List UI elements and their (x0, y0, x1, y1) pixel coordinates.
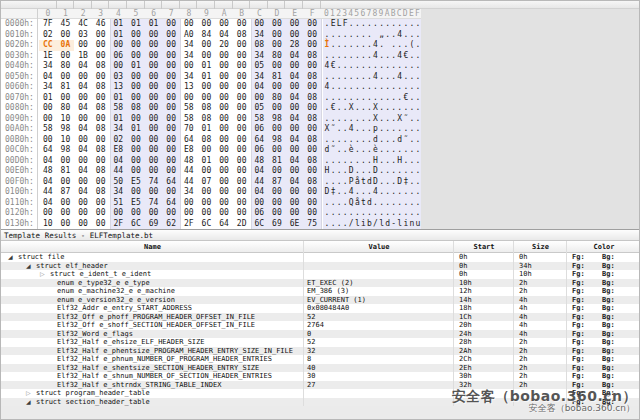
hex-byte[interactable]: 64 (251, 135, 269, 146)
hex-byte[interactable]: 00 (215, 103, 233, 114)
hex-byte[interactable]: 04 (74, 61, 92, 72)
hex-byte[interactable]: 80 (57, 61, 75, 72)
hex-byte[interactable]: 00 (215, 145, 233, 156)
hex-byte[interactable]: 00 (303, 187, 321, 198)
hex-byte[interactable]: 00 (92, 177, 110, 188)
hex-byte[interactable]: 00 (215, 135, 233, 146)
hex-byte[interactable]: 00 (162, 114, 180, 125)
fg-color-label[interactable]: Fg: (572, 372, 585, 381)
hex-byte[interactable]: 34 (39, 61, 57, 72)
hex-byte[interactable]: 00 (145, 135, 163, 146)
hex-byte[interactable]: 08 (198, 135, 216, 146)
hex-byte[interactable]: 98 (268, 114, 286, 125)
hex-byte[interactable]: 00 (92, 219, 110, 230)
hex-row[interactable]: 0130h:100000002F6C69622F6C642D6C696E75..… (1, 219, 421, 230)
hex-byte[interactable]: 00 (233, 114, 251, 125)
hex-byte[interactable]: 00 (198, 198, 216, 209)
bg-color-label[interactable]: Bg: (602, 381, 615, 390)
hex-byte[interactable]: 04 (39, 72, 57, 83)
bg-color-label[interactable]: Bg: (602, 313, 615, 322)
hex-byte[interactable]: 34 (110, 187, 128, 198)
hex-byte[interactable]: 08 (92, 145, 110, 156)
ascii-char[interactable]: . (415, 145, 421, 156)
hex-byte[interactable]: 04 (110, 156, 128, 167)
hex-byte[interactable]: 00 (286, 145, 304, 156)
hex-byte[interactable]: 00 (74, 93, 92, 104)
hex-byte[interactable]: 75 (303, 219, 321, 230)
hex-byte[interactable]: 06 (251, 124, 269, 135)
hex-byte[interactable]: 00 (39, 208, 57, 219)
hex-byte[interactable]: 01 (127, 61, 145, 72)
hex-byte[interactable]: 00 (268, 198, 286, 209)
hex-byte[interactable]: 00 (251, 93, 269, 104)
hex-byte[interactable]: 01 (110, 93, 128, 104)
results-row[interactable]: ▷struct program_header_tableFg:Bg: (1, 389, 640, 398)
hex-byte[interactable]: 08 (303, 72, 321, 83)
hex-byte[interactable]: CC (39, 40, 57, 51)
hex-byte[interactable]: 2F (110, 219, 128, 230)
hex-byte[interactable]: 00 (162, 19, 180, 30)
hex-byte[interactable]: 08 (303, 93, 321, 104)
fg-color-label[interactable]: Fg: (572, 287, 585, 296)
ascii-char[interactable]: . (415, 103, 421, 114)
hex-byte[interactable]: 00 (127, 145, 145, 156)
fg-color-label[interactable]: Fg: (572, 279, 585, 288)
fg-color-label[interactable]: Fg: (572, 330, 585, 339)
hex-byte[interactable]: 00 (180, 93, 198, 104)
hex-byte[interactable]: 00 (127, 187, 145, 198)
hex-byte[interactable]: 00 (286, 166, 304, 177)
ascii-char[interactable]: . (415, 166, 421, 177)
hex-byte[interactable]: 84 (198, 30, 216, 41)
hex-byte[interactable]: 00 (145, 124, 163, 135)
hex-byte[interactable]: 00 (286, 187, 304, 198)
results-row[interactable]: enum e_machine32_e e_machineEM_386 (3)12… (1, 287, 640, 296)
hex-byte[interactable]: 00 (233, 19, 251, 30)
hex-byte[interactable]: 00 (215, 61, 233, 72)
hex-byte[interactable]: 01 (110, 19, 128, 30)
hex-byte[interactable]: 44 (39, 187, 57, 198)
hex-byte[interactable]: 00 (215, 177, 233, 188)
results-row[interactable]: ◢struct section_header_tableFg:Bg: (1, 398, 640, 407)
hex-byte[interactable]: 00 (162, 208, 180, 219)
hex-byte[interactable]: 00 (162, 166, 180, 177)
hex-byte[interactable]: 00 (268, 124, 286, 135)
hex-byte[interactable]: 00 (233, 187, 251, 198)
fg-color-label[interactable]: Fg: (572, 296, 585, 305)
bg-color-label[interactable]: Bg: (602, 338, 615, 347)
fg-color-label[interactable]: Fg: (572, 398, 585, 407)
hex-byte[interactable]: 00 (145, 82, 163, 93)
bg-color-label[interactable]: Bg: (602, 347, 615, 356)
hex-byte[interactable]: 00 (57, 156, 75, 167)
hex-byte[interactable]: 00 (198, 51, 216, 62)
hex-byte[interactable]: 04 (251, 187, 269, 198)
hex-byte[interactable]: 00 (198, 166, 216, 177)
hex-byte[interactable]: 00 (162, 145, 180, 156)
bg-color-label[interactable]: Bg: (602, 304, 615, 313)
hex-byte[interactable]: 00 (215, 114, 233, 125)
results-row[interactable]: Elf32_Off e_phoff_PROGRAM_HEADER_OFFSET_… (1, 313, 640, 322)
hex-byte[interactable]: 58 (110, 103, 128, 114)
hex-byte[interactable]: 08 (92, 103, 110, 114)
hex-byte[interactable]: 00 (233, 72, 251, 83)
hex-byte[interactable]: 00 (145, 145, 163, 156)
hex-byte[interactable]: 00 (162, 61, 180, 72)
fg-color-label[interactable]: Fg: (572, 381, 585, 390)
hex-byte[interactable]: 00 (145, 72, 163, 83)
hex-byte[interactable]: 00 (127, 30, 145, 41)
ascii-char[interactable]: . (415, 30, 421, 41)
hex-byte[interactable]: 08 (251, 40, 269, 51)
hex-row[interactable]: 00A0h:58980408340100007001000006000000X˜… (1, 124, 421, 135)
hex-byte[interactable]: 34 (39, 82, 57, 93)
hex-byte[interactable]: 08 (303, 156, 321, 167)
fg-color-label[interactable]: Fg: (572, 347, 585, 356)
hex-byte[interactable]: 08 (92, 187, 110, 198)
hex-byte[interactable]: 06 (251, 145, 269, 156)
hex-byte[interactable]: 01 (145, 19, 163, 30)
hex-byte[interactable]: 01 (127, 124, 145, 135)
hex-byte[interactable]: 00 (215, 51, 233, 62)
hex-byte[interactable]: 51 (110, 198, 128, 209)
hex-byte[interactable]: 08 (303, 177, 321, 188)
hex-byte[interactable]: 00 (110, 61, 128, 72)
hex-byte[interactable]: 04 (39, 177, 57, 188)
hex-row[interactable]: 00B0h:00100000020000006408000064980408..… (1, 135, 421, 146)
